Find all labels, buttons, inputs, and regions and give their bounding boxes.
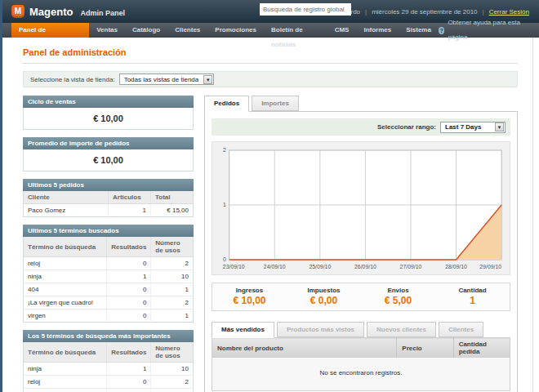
dashboard-sidebar: Ciclo de ventas € 10,00 Promedio de impo… (23, 96, 194, 392)
column-header: Número de usos (151, 342, 194, 363)
total-value: € 10,00 (212, 295, 287, 306)
tab-new-customers[interactable]: Nuevos clientes (367, 322, 436, 337)
column-header: Nombre del producto (212, 338, 397, 359)
content-area: Panel de administración Seleccione la vi… (0, 38, 539, 392)
svg-text:28/09/10: 28/09/10 (445, 264, 467, 270)
dashboard-main: Pedidos Importes Seleccionar rango: Last… (204, 96, 518, 392)
title-divider (23, 63, 518, 64)
last-orders-box: Ultimos 5 pedidos Cliente Articulos Tota… (23, 179, 194, 217)
table-row[interactable]: ¡La virgen que cuadro! 0 2 (24, 296, 194, 310)
svg-text:23/09/10: 23/09/10 (223, 264, 245, 270)
total-label: Impuestos (287, 287, 361, 294)
nav-item-catalog[interactable]: Catálogo (125, 23, 167, 38)
lifetime-sales-title: Ciclo de ventas (23, 96, 194, 108)
nav-item-promotions[interactable]: Promociones (207, 23, 264, 38)
store-view-label: Seleccione la vista de tienda: (30, 76, 115, 83)
table-row[interactable]: ninja 1 10 (24, 270, 194, 283)
total-cell: € 15,00 (151, 204, 194, 217)
results-cell: 0 (107, 389, 151, 392)
term-cell: ¡La virgen que cuadro! (24, 389, 107, 392)
term-cell: reloj (24, 376, 107, 389)
svg-text:1: 1 (223, 202, 226, 207)
svg-text:26/09/10: 26/09/10 (354, 264, 376, 270)
help-link[interactable]: ? Obtener ayuda para esta página (439, 23, 526, 38)
table-row[interactable]: ninja 1 10 (24, 363, 194, 376)
separator: | (365, 8, 367, 16)
nav-item-sales[interactable]: Ventas (89, 23, 125, 38)
totals-bar: Ingresos € 10,00 Impuestos € 0,00 Envios… (212, 283, 510, 311)
total-label: Ingresos (212, 287, 287, 294)
column-header: Precio (397, 338, 453, 359)
column-header: Término de búsqueda (24, 237, 107, 257)
total-value: € 5,00 (361, 295, 435, 306)
uses-cell: 1 (151, 310, 194, 323)
svg-text:2: 2 (223, 147, 226, 153)
range-bar: Seleccionar rango: Last 7 Days ▼ (212, 118, 510, 136)
nav-item-system[interactable]: Sistema (399, 23, 439, 38)
column-header: Número de usos (151, 237, 194, 257)
column-header: Resultados (107, 237, 151, 257)
logout-link[interactable]: Cerrar Sesión (489, 8, 529, 16)
tab-bestsellers[interactable]: Más vendidos (212, 322, 274, 338)
table-row[interactable]: 404 0 1 (24, 283, 194, 296)
nav-item-cms[interactable]: CMS (327, 23, 357, 38)
results-cell: 0 (107, 283, 151, 296)
total-label: Envios (361, 287, 435, 294)
logo-suffix: Admin Panel (80, 7, 125, 17)
tab-most-viewed[interactable]: Productos más vistos (277, 322, 364, 337)
chevron-down-icon: ▼ (203, 75, 212, 84)
total-label: Cantidad (435, 287, 510, 294)
tab-orders[interactable]: Pedidos (204, 96, 249, 112)
table-row[interactable]: reloj 0 2 (24, 257, 194, 270)
total-value: 1 (435, 295, 510, 306)
range-selected: Last 7 Days (441, 123, 485, 131)
range-select[interactable]: Last 7 Days ▼ (440, 122, 506, 133)
uses-cell: 2 (151, 389, 194, 392)
last-search-terms-title: Ultimos 5 términos buscados (23, 225, 194, 237)
last-orders-table: Cliente Articulos Total Paco Gomez 1 € 1… (23, 191, 194, 217)
nav-item-reports[interactable]: Informes (356, 23, 399, 38)
term-cell: ninja (24, 270, 107, 283)
nav-item-newsletter[interactable]: Boletín de noticias (264, 23, 327, 38)
svg-text:29/09/10: 29/09/10 (479, 264, 501, 270)
tab-customers[interactable]: Clientes (439, 322, 483, 337)
term-cell: ¡La virgen que cuadro! (24, 296, 107, 310)
term-cell: ninja (24, 363, 107, 376)
term-cell: 404 (24, 283, 107, 296)
column-header: Resultados (107, 342, 151, 363)
column-header: Término de búsqueda (24, 342, 107, 363)
last-search-terms-box: Ultimos 5 términos buscados Término de b… (23, 225, 194, 323)
nav-item-dashboard[interactable]: Panel de administración (11, 23, 89, 38)
average-orders-title: Promedio de importe de pedidos (23, 137, 194, 149)
uses-cell: 1 (151, 283, 194, 296)
results-cell: 0 (107, 310, 151, 323)
empty-message: No se encontraron registros. (212, 358, 510, 391)
tab-amounts[interactable]: Importes (252, 96, 299, 111)
table-row[interactable]: Paco Gomez 1 € 15,00 (24, 204, 194, 217)
current-date: miércoles 29 de septiembre de 2010 (372, 8, 477, 16)
average-orders-box: Promedio de importe de pedidos € 10,00 (23, 137, 194, 172)
table-header-row: Término de búsqueda Resultados Número de… (24, 342, 194, 363)
bestsellers-table: Nombre del producto Precio Cantidad pedi… (212, 337, 510, 391)
lifetime-sales-value: € 10,00 (23, 108, 194, 130)
svg-text:25/09/10: 25/09/10 (309, 264, 331, 270)
term-cell: reloj (24, 257, 107, 270)
table-row[interactable]: virgen 0 1 (24, 310, 194, 323)
store-view-select[interactable]: Todas las vistas de tienda ▼ (119, 74, 215, 85)
table-row[interactable]: reloj 0 2 (24, 376, 194, 389)
store-view-bar: Seleccione la vista de tienda: Todas las… (23, 71, 518, 87)
table-row[interactable]: ¡La virgen que cuadro! 0 2 (24, 389, 194, 392)
help-label: Obtener ayuda para esta página (448, 16, 526, 45)
total-value: € 0,00 (287, 295, 361, 306)
results-cell: 1 (107, 363, 151, 376)
global-search-input[interactable] (260, 3, 351, 16)
separator: | (483, 8, 484, 16)
top-search-terms-box: Los 5 términos de búsqueda más important… (23, 330, 194, 392)
range-label: Seleccionar rango: (377, 123, 436, 131)
results-cell: 1 (107, 270, 151, 283)
uses-cell: 2 (151, 296, 194, 310)
help-icon: ? (439, 27, 445, 34)
uses-cell: 2 (151, 376, 194, 389)
nav-item-customers[interactable]: Clientes (167, 23, 207, 38)
uses-cell: 10 (151, 363, 194, 376)
